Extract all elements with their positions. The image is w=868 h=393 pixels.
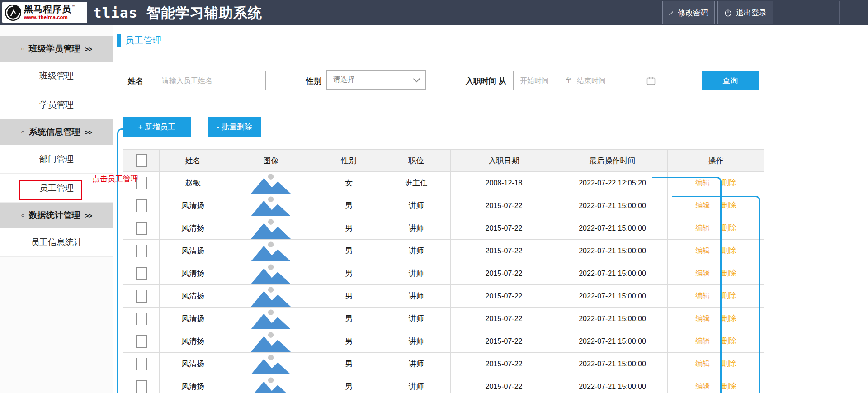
employee-hire-date: 2015-07-22 xyxy=(451,375,557,393)
employee-gender: 男 xyxy=(316,194,382,217)
employee-last-operation: 2022-07-21 15:00:00 xyxy=(557,330,668,353)
date-end-input[interactable] xyxy=(577,77,618,85)
edit-link[interactable]: 编辑 xyxy=(695,201,710,210)
double-arrow-icon: >> xyxy=(85,212,92,219)
logout-label: 退出登录 xyxy=(736,8,767,18)
employee-last-operation: 2022-07-21 15:00:00 xyxy=(557,375,668,393)
row-checkbox[interactable] xyxy=(136,358,147,370)
sidebar-item-label: 员工信息统计 xyxy=(31,237,82,248)
employee-position: 讲师 xyxy=(382,217,451,240)
employee-last-operation: 2022-07-21 15:00:00 xyxy=(557,308,668,330)
employee-last-operation: 2022-07-21 15:00:00 xyxy=(557,217,668,240)
column-header-last-operation: 最后操作时间 xyxy=(557,150,668,172)
sidebar-group-system-info-management[interactable]: ○ 系统信息管理 >> xyxy=(0,119,113,145)
employee-position: 班主任 xyxy=(382,172,451,194)
row-checkbox[interactable] xyxy=(136,313,147,325)
sidebar: ○ 班级学员管理 >> 班级管理 学员管理 ○ 系统信息管理 >> 部门管理 员… xyxy=(0,25,113,393)
row-checkbox[interactable] xyxy=(136,380,147,393)
employee-position: 讲师 xyxy=(382,240,451,262)
employee-hire-date: 2015-07-22 xyxy=(451,262,557,285)
sidebar-group-data-statistics-management[interactable]: ○ 数据统计管理 >> xyxy=(0,203,113,228)
table-row: 风清扬 男 讲师 2015-07-22 2022-07-21 15:00:00 … xyxy=(123,285,764,308)
employee-name: 风清扬 xyxy=(160,285,226,308)
sidebar-item-employee-info-statistics[interactable]: 员工信息统计 xyxy=(0,228,113,257)
avatar-placeholder-image xyxy=(226,219,316,239)
edit-link[interactable]: 编辑 xyxy=(695,269,710,278)
row-checkbox[interactable] xyxy=(136,335,147,348)
title-accent-bar xyxy=(117,34,121,47)
brand-name: 黑马程序员™ xyxy=(24,5,75,14)
gender-select[interactable]: 请选择 xyxy=(326,70,426,90)
delete-link[interactable]: 删除 xyxy=(722,314,736,323)
delete-link[interactable]: 删除 xyxy=(722,269,736,278)
name-input[interactable] xyxy=(156,71,266,90)
search-button[interactable]: 查询 xyxy=(702,71,759,90)
calendar-icon xyxy=(646,76,656,85)
edit-link[interactable]: 编辑 xyxy=(695,314,710,323)
row-checkbox[interactable] xyxy=(136,245,147,257)
avatar-placeholder-image xyxy=(226,309,316,329)
delete-link[interactable]: 删除 xyxy=(722,246,736,256)
employee-position: 讲师 xyxy=(382,375,451,393)
table-row: 风清扬 男 讲师 2015-07-22 2022-07-21 15:00:00 … xyxy=(123,353,764,375)
edit-link[interactable]: 编辑 xyxy=(695,223,710,233)
row-checkbox[interactable] xyxy=(136,290,147,303)
column-header-image: 图像 xyxy=(226,150,316,172)
sidebar-item-class-management[interactable]: 班级管理 xyxy=(0,62,113,90)
employee-hire-date: 2015-07-22 xyxy=(451,217,557,240)
delete-link[interactable]: 删除 xyxy=(722,336,736,346)
sidebar-item-label: 班级管理 xyxy=(39,70,74,82)
delete-link[interactable]: 删除 xyxy=(722,178,736,188)
avatar-placeholder-image xyxy=(226,355,316,374)
table-row: 风清扬 男 讲师 2015-07-22 2022-07-21 15:00:00 … xyxy=(123,308,764,330)
date-start-input[interactable] xyxy=(520,77,561,85)
sidebar-item-student-management[interactable]: 学员管理 xyxy=(0,90,113,119)
employee-gender: 男 xyxy=(316,308,382,330)
edit-link[interactable]: 编辑 xyxy=(695,382,710,391)
column-header-name: 姓名 xyxy=(160,150,226,172)
employee-gender: 男 xyxy=(316,353,382,375)
employee-name: 风清扬 xyxy=(160,308,226,330)
employee-position: 讲师 xyxy=(382,262,451,285)
row-checkbox[interactable] xyxy=(136,267,147,280)
edit-link[interactable]: 编辑 xyxy=(695,246,710,256)
employee-gender: 男 xyxy=(316,375,382,393)
delete-link[interactable]: 删除 xyxy=(722,201,736,210)
avatar-placeholder-image xyxy=(226,174,316,194)
row-checkbox[interactable] xyxy=(136,222,147,235)
sidebar-group-class-student-management[interactable]: ○ 班级学员管理 >> xyxy=(0,36,113,62)
delete-link[interactable]: 删除 xyxy=(722,382,736,391)
circle-bullet-icon: ○ xyxy=(21,129,24,135)
delete-link[interactable]: 删除 xyxy=(722,359,736,369)
employee-table: 姓名 图像 性别 职位 入职日期 最后操作时间 操作 赵敏 女 班主任 xyxy=(123,149,764,393)
circle-bullet-icon: ○ xyxy=(21,46,24,52)
sidebar-item-label: 学员管理 xyxy=(39,99,74,111)
sidebar-item-department-management[interactable]: 部门管理 xyxy=(0,145,113,174)
header-divider xyxy=(839,1,840,24)
select-all-checkbox[interactable] xyxy=(136,154,147,167)
delete-link[interactable]: 删除 xyxy=(722,291,736,301)
date-range-picker[interactable]: 至 xyxy=(513,71,662,90)
employee-hire-date: 2015-07-22 xyxy=(451,285,557,308)
employee-last-operation: 2022-07-21 15:00:00 xyxy=(557,240,668,262)
logout-button[interactable]: 退出登录 xyxy=(717,1,773,24)
employee-gender: 男 xyxy=(316,240,382,262)
employee-hire-date: 2015-07-22 xyxy=(451,240,557,262)
app-title: tlias 智能学习辅助系统 xyxy=(93,4,262,23)
edit-link[interactable]: 编辑 xyxy=(695,336,710,346)
employee-hire-date: 2015-07-22 xyxy=(451,194,557,217)
edit-link[interactable]: 编辑 xyxy=(695,291,710,301)
delete-link[interactable]: 删除 xyxy=(722,223,736,233)
row-checkbox[interactable] xyxy=(136,199,147,212)
employee-name: 风清扬 xyxy=(160,375,226,393)
edit-link[interactable]: 编辑 xyxy=(695,178,710,188)
add-employee-button[interactable]: + 新增员工 xyxy=(123,117,191,137)
change-password-button[interactable]: 修改密码 xyxy=(662,1,715,24)
employee-name: 风清扬 xyxy=(160,330,226,353)
name-label: 姓名 xyxy=(128,76,143,86)
employee-name: 风清扬 xyxy=(160,217,226,240)
sidebar-item-label: 部门管理 xyxy=(39,153,74,165)
employee-hire-date: 2008-12-18 xyxy=(451,172,557,194)
edit-link[interactable]: 编辑 xyxy=(695,359,710,369)
batch-delete-button[interactable]: - 批量删除 xyxy=(208,117,261,137)
